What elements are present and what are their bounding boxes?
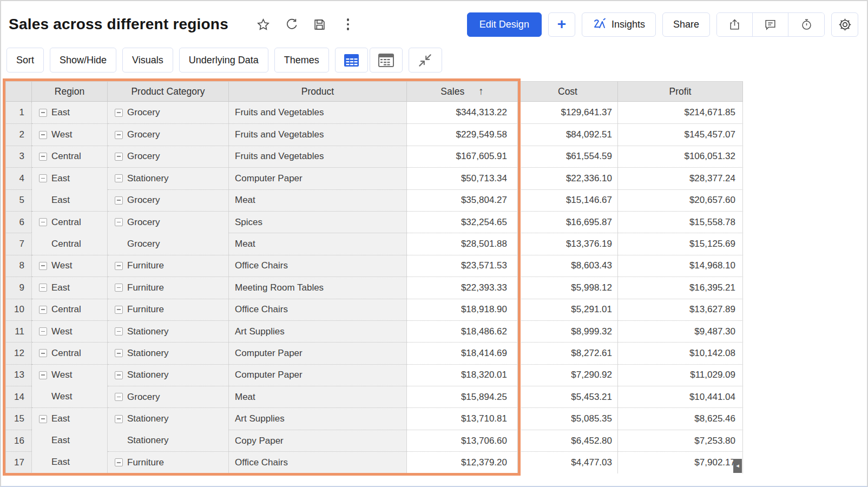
collapse-icon[interactable] [115,415,123,423]
region-cell[interactable]: East [32,277,108,298]
sales-cell[interactable]: $344,313.22 [407,102,518,123]
sales-cell[interactable]: $28,501.88 [407,233,518,254]
category-cell[interactable]: Stationery [108,342,229,364]
collapse-icon[interactable] [115,371,123,379]
table-view-icon[interactable] [335,48,368,73]
show-hide-button[interactable]: Show/Hide [50,48,116,73]
product-cell[interactable]: Office Chairs [229,451,407,473]
collapse-icon[interactable] [39,349,47,357]
profit-cell[interactable]: $9,487.30 [618,320,743,342]
sales-cell[interactable]: $15,894.25 [407,386,518,407]
collapse-icon[interactable] [39,415,47,423]
region-cell[interactable]: East [32,167,108,189]
category-cell[interactable]: Stationery [108,320,229,342]
profit-cell[interactable]: $214,671.85 [618,102,743,123]
category-cell[interactable]: Grocery [108,233,229,254]
region-cell[interactable]: East [32,102,108,123]
collapse-icon[interactable] [39,131,47,139]
region-cell[interactable]: Central [32,146,108,167]
sort-ascending-icon[interactable]: ↑ [478,85,484,97]
collapse-icon[interactable] [39,371,47,379]
profit-cell[interactable]: $13,627.89 [618,299,743,320]
profit-cell[interactable]: $145,457.07 [618,123,743,145]
sales-cell[interactable]: $22,393.33 [407,277,518,298]
column-header-sales[interactable]: Sales ↑ [407,81,518,102]
profit-cell[interactable]: $28,377.24 [618,167,743,189]
cost-cell[interactable]: $84,092.51 [518,123,618,145]
cost-cell[interactable]: $5,085.35 [518,407,618,429]
profit-cell[interactable]: $7,902.17 [618,451,743,473]
cost-cell[interactable]: $5,291.01 [518,299,618,320]
cost-cell[interactable]: $8,272.61 [518,342,618,364]
scroll-left-arrow-icon[interactable]: ◂ [733,459,742,473]
region-cell[interactable]: Central [32,299,108,320]
profit-cell[interactable]: $10,441.04 [618,386,743,407]
cost-cell[interactable]: $61,554.59 [518,146,618,167]
product-cell[interactable]: Fruits and Vegetables [229,146,407,167]
profit-cell[interactable]: $15,125.69 [618,233,743,254]
product-cell[interactable]: Fruits and Vegetables [229,123,407,145]
product-cell[interactable]: Copy Paper [229,430,407,451]
settings-gear-icon[interactable] [831,12,858,37]
profit-cell[interactable]: $15,558.78 [618,211,743,233]
cost-cell[interactable]: $129,641.37 [518,102,618,123]
profit-cell[interactable]: $7,253.80 [618,430,743,451]
cost-cell[interactable]: $6,452.80 [518,430,618,451]
collapse-icon[interactable] [115,349,123,357]
category-cell[interactable]: Furniture [108,277,229,298]
collapse-icon[interactable] [115,262,123,270]
pivot-view-icon[interactable] [370,48,403,73]
category-cell[interactable]: Grocery [108,102,229,123]
collapse-icon[interactable] [39,109,47,117]
category-cell[interactable]: Stationery [108,167,229,189]
collapse-icon[interactable] [115,306,123,314]
sales-cell[interactable]: $13,706.60 [407,430,518,451]
column-header-cost[interactable]: Cost [518,81,618,102]
profit-cell[interactable]: $10,142.08 [618,342,743,364]
category-cell[interactable]: Grocery [108,386,229,407]
sales-cell[interactable]: $12,379.20 [407,451,518,473]
cost-cell[interactable]: $5,453.21 [518,386,618,407]
region-cell[interactable]: East [32,407,108,429]
category-cell[interactable]: Grocery [108,211,229,233]
collapse-icon[interactable] [115,174,123,182]
region-cell[interactable]: East [32,430,108,451]
collapse-icon[interactable] [39,327,47,335]
cost-cell[interactable]: $22,336.10 [518,167,618,189]
product-cell[interactable]: Meat [229,386,407,407]
product-cell[interactable]: Meat [229,189,407,211]
region-cell[interactable]: Central [32,211,108,233]
region-cell[interactable]: West [32,364,108,386]
product-cell[interactable]: Fruits and Vegetables [229,102,407,123]
product-cell[interactable]: Art Supplies [229,407,407,429]
category-cell[interactable]: Furniture [108,451,229,473]
sales-cell[interactable]: $50,713.34 [407,167,518,189]
category-cell[interactable]: Grocery [108,146,229,167]
category-cell[interactable]: Stationery [108,407,229,429]
product-cell[interactable]: Computer Paper [229,342,407,364]
themes-button[interactable]: Themes [274,48,329,73]
collapse-icon[interactable] [115,458,123,466]
region-cell[interactable]: East [32,451,108,473]
region-cell[interactable]: Central [32,342,108,364]
edit-design-button[interactable]: Edit Design [467,12,542,37]
alert-icon[interactable] [788,13,824,36]
insights-button[interactable]: Insights [582,12,656,37]
export-icon[interactable] [717,13,753,36]
sales-cell[interactable]: $18,414.69 [407,342,518,364]
profit-cell[interactable]: $16,395.21 [618,277,743,298]
collapse-icon[interactable] [115,327,123,335]
region-cell[interactable]: East [32,189,108,211]
category-cell[interactable]: Grocery [108,123,229,145]
cost-cell[interactable]: $8,999.32 [518,320,618,342]
cost-cell[interactable]: $5,998.12 [518,277,618,298]
product-cell[interactable]: Meeting Room Tables [229,277,407,298]
product-cell[interactable]: Computer Paper [229,364,407,386]
product-cell[interactable]: Computer Paper [229,167,407,189]
product-cell[interactable]: Art Supplies [229,320,407,342]
cost-cell[interactable]: $7,290.92 [518,364,618,386]
region-cell[interactable]: West [32,386,108,407]
product-cell[interactable]: Meat [229,233,407,254]
collapse-icon[interactable] [115,393,123,401]
collapse-icon[interactable] [39,284,47,292]
